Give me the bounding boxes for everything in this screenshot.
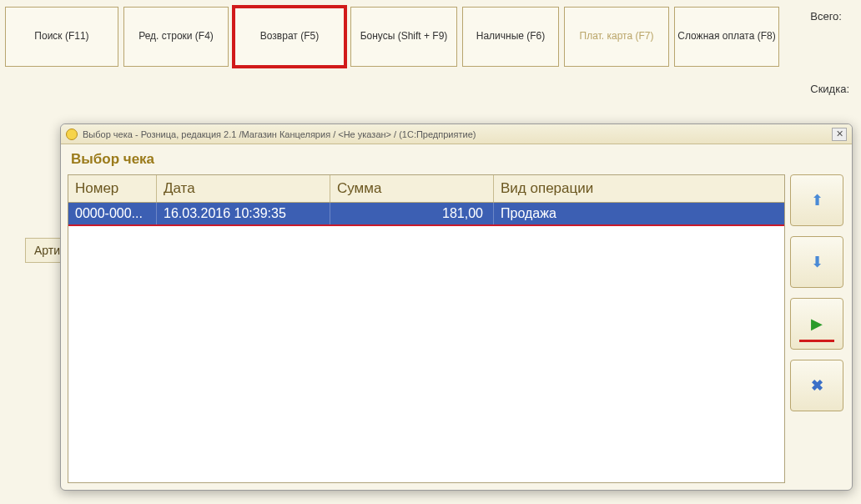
card-button[interactable]: Плат. карта (F7) bbox=[564, 7, 669, 67]
edit-line-button[interactable]: Ред. строки (F4) bbox=[123, 7, 229, 67]
play-icon: ▶ bbox=[811, 315, 823, 333]
app-icon bbox=[66, 129, 78, 140]
select-receipt-dialog: Выбор чека - Розница, редакция 2.1 /Мага… bbox=[60, 123, 853, 491]
totals-labels: Всего: Скидка: bbox=[810, 7, 856, 95]
arrow-up-icon: ⬆ bbox=[811, 191, 823, 209]
bonus-button[interactable]: Бонусы (Shift + F9) bbox=[350, 7, 457, 67]
dialog-title-text: Выбор чека - Розница, редакция 2.1 /Мага… bbox=[83, 129, 476, 139]
complex-pay-button[interactable]: Сложная оплата (F8) bbox=[674, 7, 779, 67]
cell-sum: 181,00 bbox=[330, 203, 494, 224]
close-icon[interactable]: ✕ bbox=[832, 128, 847, 141]
col-number[interactable]: Номер bbox=[68, 175, 157, 202]
return-button[interactable]: Возврат (F5) bbox=[234, 7, 345, 67]
scroll-down-button[interactable]: ⬇ bbox=[790, 236, 843, 288]
cell-operation: Продажа bbox=[494, 203, 784, 224]
cash-button[interactable]: Наличные (F6) bbox=[462, 7, 559, 67]
cell-date: 16.03.2016 10:39:35 bbox=[157, 203, 330, 224]
main-toolbar: Поиск (F11) Ред. строки (F4) Возврат (F5… bbox=[0, 0, 861, 102]
col-sum[interactable]: Сумма bbox=[330, 175, 494, 202]
grid-header: Номер Дата Сумма Вид операции bbox=[68, 175, 784, 203]
discount-label: Скидка: bbox=[810, 83, 849, 95]
dialog-main: Выбор чека Номер Дата Сумма Вид операции… bbox=[68, 149, 785, 483]
dialog-body: Выбор чека Номер Дата Сумма Вид операции… bbox=[61, 144, 852, 490]
scroll-up-button[interactable]: ⬆ bbox=[790, 174, 843, 226]
cell-number: 0000-000... bbox=[68, 203, 157, 224]
col-date[interactable]: Дата bbox=[157, 175, 330, 202]
select-button[interactable]: ▶ bbox=[790, 298, 843, 350]
underline-accent bbox=[799, 340, 834, 342]
col-operation[interactable]: Вид операции bbox=[494, 175, 784, 202]
receipt-grid[interactable]: Номер Дата Сумма Вид операции 0000-000..… bbox=[68, 174, 785, 483]
side-buttons: ⬆ ⬇ ▶ ✖ bbox=[790, 149, 845, 483]
dialog-heading: Выбор чека bbox=[68, 149, 785, 174]
total-label: Всего: bbox=[810, 10, 849, 23]
dialog-titlebar: Выбор чека - Розница, редакция 2.1 /Мага… bbox=[61, 124, 852, 144]
x-icon: ✖ bbox=[811, 376, 823, 395]
cancel-button[interactable]: ✖ bbox=[790, 360, 843, 411]
arrow-down-icon: ⬇ bbox=[811, 253, 823, 271]
table-row[interactable]: 0000-000... 16.03.2016 10:39:35 181,00 П… bbox=[68, 203, 784, 226]
search-button[interactable]: Поиск (F11) bbox=[5, 7, 118, 67]
